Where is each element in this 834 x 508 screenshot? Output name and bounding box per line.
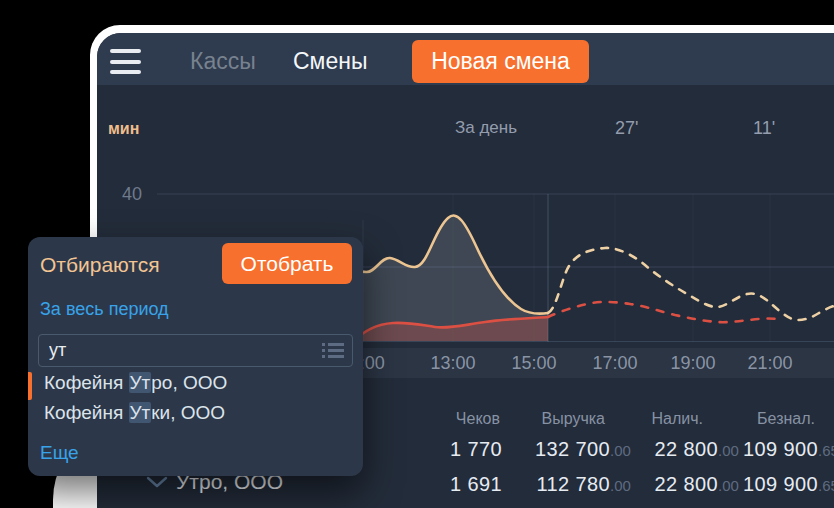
tab-smeny[interactable]: Смены (293, 48, 367, 75)
y-axis-tick-40: 40 (122, 184, 142, 205)
table-cell: 1 770 (450, 438, 502, 461)
filter-popup: Отбираются Отобрать За весь период Кофей… (28, 237, 363, 476)
period-label: За день (455, 118, 517, 138)
list-icon[interactable] (322, 342, 344, 359)
chevron-down-icon (146, 476, 168, 488)
more-link[interactable]: Еще (40, 442, 79, 464)
search-result-item[interactable]: Кофейня Утки, ООО (28, 400, 363, 430)
search-box (38, 334, 353, 367)
col-header-revenue: Выручка (542, 410, 605, 428)
cream-curve-dashed (548, 248, 834, 320)
search-input[interactable] (39, 335, 352, 366)
new-shift-button[interactable]: Новая смена (412, 40, 589, 83)
table-cell: 22 800.00 (654, 473, 718, 496)
tab-kassy[interactable]: Кассы (190, 48, 256, 75)
table-cell: 132 700.00 (535, 438, 610, 461)
red-curve-dashed (548, 302, 779, 322)
period-link[interactable]: За весь период (40, 299, 169, 320)
table-cell: 22 800.00 (654, 438, 718, 461)
table-cell: 109 900.65 (743, 438, 818, 461)
col-header-cashless: Безнал. (757, 410, 815, 428)
stat-value-2: 11' (753, 118, 775, 139)
apply-filter-button[interactable]: Отобрать (222, 243, 352, 284)
col-header-cash: Налич. (651, 410, 703, 428)
match-highlight: Ут (129, 372, 152, 393)
x-tick-21: 21:00 (710, 353, 830, 374)
table-cell: 1 691 (450, 473, 502, 496)
match-highlight: Ут (129, 402, 152, 423)
popup-title: Отбираются (40, 253, 160, 277)
table-cell: 109 900.65 (743, 473, 818, 496)
stat-value-1: 27' (615, 118, 638, 139)
hamburger-menu-icon[interactable] (110, 49, 141, 74)
col-header-receipts: Чеков (456, 410, 500, 428)
stage: Кассы Смены Новая смена мин За день 27' … (0, 0, 834, 508)
table-cell: 112 780.00 (536, 473, 610, 496)
search-result-item[interactable]: Кофейня Утро, ООО (28, 370, 363, 400)
unit-label: мин (108, 120, 139, 138)
